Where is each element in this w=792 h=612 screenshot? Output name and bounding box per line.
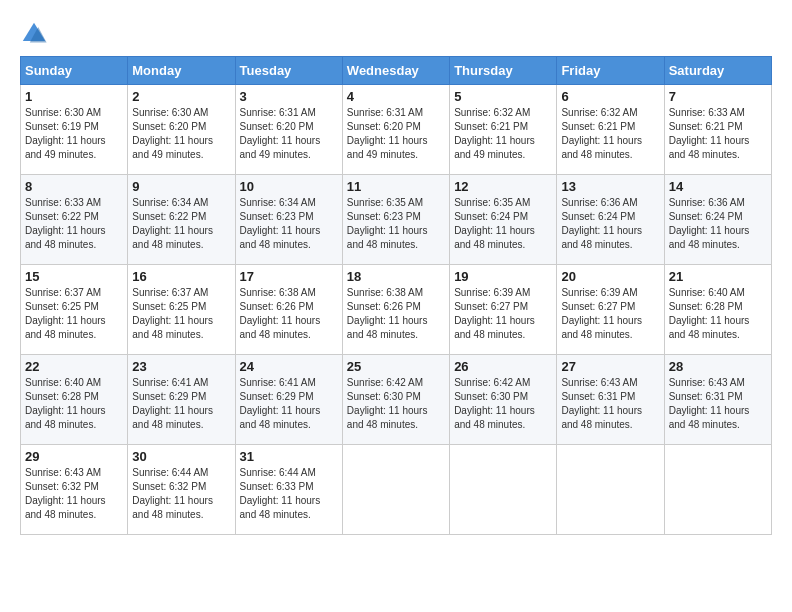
day-number: 13 <box>561 179 659 194</box>
calendar-cell <box>664 445 771 535</box>
calendar-week-row: 15Sunrise: 6:37 AMSunset: 6:25 PMDayligh… <box>21 265 772 355</box>
day-info: Sunrise: 6:42 AMSunset: 6:30 PMDaylight:… <box>347 376 445 432</box>
calendar-cell: 7Sunrise: 6:33 AMSunset: 6:21 PMDaylight… <box>664 85 771 175</box>
day-info: Sunrise: 6:34 AMSunset: 6:22 PMDaylight:… <box>132 196 230 252</box>
day-number: 19 <box>454 269 552 284</box>
day-number: 17 <box>240 269 338 284</box>
calendar-cell <box>557 445 664 535</box>
calendar-cell: 26Sunrise: 6:42 AMSunset: 6:30 PMDayligh… <box>450 355 557 445</box>
day-number: 4 <box>347 89 445 104</box>
day-info: Sunrise: 6:39 AMSunset: 6:27 PMDaylight:… <box>561 286 659 342</box>
day-info: Sunrise: 6:36 AMSunset: 6:24 PMDaylight:… <box>669 196 767 252</box>
calendar-week-row: 29Sunrise: 6:43 AMSunset: 6:32 PMDayligh… <box>21 445 772 535</box>
calendar-cell: 20Sunrise: 6:39 AMSunset: 6:27 PMDayligh… <box>557 265 664 355</box>
day-info: Sunrise: 6:44 AMSunset: 6:33 PMDaylight:… <box>240 466 338 522</box>
calendar-cell: 2Sunrise: 6:30 AMSunset: 6:20 PMDaylight… <box>128 85 235 175</box>
day-info: Sunrise: 6:37 AMSunset: 6:25 PMDaylight:… <box>25 286 123 342</box>
calendar-header-wednesday: Wednesday <box>342 57 449 85</box>
calendar-header-thursday: Thursday <box>450 57 557 85</box>
calendar-cell: 28Sunrise: 6:43 AMSunset: 6:31 PMDayligh… <box>664 355 771 445</box>
calendar-cell: 15Sunrise: 6:37 AMSunset: 6:25 PMDayligh… <box>21 265 128 355</box>
calendar-cell <box>450 445 557 535</box>
calendar-cell: 25Sunrise: 6:42 AMSunset: 6:30 PMDayligh… <box>342 355 449 445</box>
day-number: 7 <box>669 89 767 104</box>
day-number: 12 <box>454 179 552 194</box>
day-number: 11 <box>347 179 445 194</box>
day-info: Sunrise: 6:34 AMSunset: 6:23 PMDaylight:… <box>240 196 338 252</box>
calendar-cell: 13Sunrise: 6:36 AMSunset: 6:24 PMDayligh… <box>557 175 664 265</box>
calendar-cell: 3Sunrise: 6:31 AMSunset: 6:20 PMDaylight… <box>235 85 342 175</box>
day-info: Sunrise: 6:36 AMSunset: 6:24 PMDaylight:… <box>561 196 659 252</box>
day-number: 2 <box>132 89 230 104</box>
day-info: Sunrise: 6:43 AMSunset: 6:31 PMDaylight:… <box>561 376 659 432</box>
day-info: Sunrise: 6:31 AMSunset: 6:20 PMDaylight:… <box>240 106 338 162</box>
day-info: Sunrise: 6:41 AMSunset: 6:29 PMDaylight:… <box>240 376 338 432</box>
day-number: 16 <box>132 269 230 284</box>
logo <box>20 20 52 48</box>
day-info: Sunrise: 6:41 AMSunset: 6:29 PMDaylight:… <box>132 376 230 432</box>
day-info: Sunrise: 6:43 AMSunset: 6:31 PMDaylight:… <box>669 376 767 432</box>
calendar-cell: 4Sunrise: 6:31 AMSunset: 6:20 PMDaylight… <box>342 85 449 175</box>
day-info: Sunrise: 6:40 AMSunset: 6:28 PMDaylight:… <box>25 376 123 432</box>
page-header <box>20 20 772 48</box>
day-info: Sunrise: 6:30 AMSunset: 6:20 PMDaylight:… <box>132 106 230 162</box>
calendar-cell: 29Sunrise: 6:43 AMSunset: 6:32 PMDayligh… <box>21 445 128 535</box>
calendar-cell: 1Sunrise: 6:30 AMSunset: 6:19 PMDaylight… <box>21 85 128 175</box>
calendar-week-row: 8Sunrise: 6:33 AMSunset: 6:22 PMDaylight… <box>21 175 772 265</box>
day-number: 22 <box>25 359 123 374</box>
calendar-cell: 6Sunrise: 6:32 AMSunset: 6:21 PMDaylight… <box>557 85 664 175</box>
calendar-cell: 8Sunrise: 6:33 AMSunset: 6:22 PMDaylight… <box>21 175 128 265</box>
day-info: Sunrise: 6:33 AMSunset: 6:21 PMDaylight:… <box>669 106 767 162</box>
calendar-week-row: 1Sunrise: 6:30 AMSunset: 6:19 PMDaylight… <box>21 85 772 175</box>
day-number: 9 <box>132 179 230 194</box>
day-info: Sunrise: 6:43 AMSunset: 6:32 PMDaylight:… <box>25 466 123 522</box>
calendar-cell: 5Sunrise: 6:32 AMSunset: 6:21 PMDaylight… <box>450 85 557 175</box>
calendar-cell: 19Sunrise: 6:39 AMSunset: 6:27 PMDayligh… <box>450 265 557 355</box>
calendar-week-row: 22Sunrise: 6:40 AMSunset: 6:28 PMDayligh… <box>21 355 772 445</box>
day-number: 8 <box>25 179 123 194</box>
day-number: 15 <box>25 269 123 284</box>
day-number: 25 <box>347 359 445 374</box>
calendar-cell <box>342 445 449 535</box>
logo-icon <box>20 20 48 48</box>
day-number: 26 <box>454 359 552 374</box>
day-info: Sunrise: 6:35 AMSunset: 6:24 PMDaylight:… <box>454 196 552 252</box>
day-number: 31 <box>240 449 338 464</box>
calendar-cell: 31Sunrise: 6:44 AMSunset: 6:33 PMDayligh… <box>235 445 342 535</box>
calendar-header-friday: Friday <box>557 57 664 85</box>
calendar-cell: 23Sunrise: 6:41 AMSunset: 6:29 PMDayligh… <box>128 355 235 445</box>
day-info: Sunrise: 6:37 AMSunset: 6:25 PMDaylight:… <box>132 286 230 342</box>
day-number: 27 <box>561 359 659 374</box>
day-info: Sunrise: 6:38 AMSunset: 6:26 PMDaylight:… <box>347 286 445 342</box>
calendar-cell: 30Sunrise: 6:44 AMSunset: 6:32 PMDayligh… <box>128 445 235 535</box>
day-info: Sunrise: 6:33 AMSunset: 6:22 PMDaylight:… <box>25 196 123 252</box>
calendar-header-monday: Monday <box>128 57 235 85</box>
day-info: Sunrise: 6:35 AMSunset: 6:23 PMDaylight:… <box>347 196 445 252</box>
calendar-header-sunday: Sunday <box>21 57 128 85</box>
calendar-cell: 18Sunrise: 6:38 AMSunset: 6:26 PMDayligh… <box>342 265 449 355</box>
day-info: Sunrise: 6:42 AMSunset: 6:30 PMDaylight:… <box>454 376 552 432</box>
calendar-cell: 17Sunrise: 6:38 AMSunset: 6:26 PMDayligh… <box>235 265 342 355</box>
calendar-header-saturday: Saturday <box>664 57 771 85</box>
day-info: Sunrise: 6:31 AMSunset: 6:20 PMDaylight:… <box>347 106 445 162</box>
day-info: Sunrise: 6:38 AMSunset: 6:26 PMDaylight:… <box>240 286 338 342</box>
calendar-table: SundayMondayTuesdayWednesdayThursdayFrid… <box>20 56 772 535</box>
calendar-cell: 11Sunrise: 6:35 AMSunset: 6:23 PMDayligh… <box>342 175 449 265</box>
day-number: 23 <box>132 359 230 374</box>
day-number: 24 <box>240 359 338 374</box>
day-info: Sunrise: 6:40 AMSunset: 6:28 PMDaylight:… <box>669 286 767 342</box>
calendar-cell: 16Sunrise: 6:37 AMSunset: 6:25 PMDayligh… <box>128 265 235 355</box>
day-number: 29 <box>25 449 123 464</box>
day-number: 6 <box>561 89 659 104</box>
day-number: 14 <box>669 179 767 194</box>
day-number: 30 <box>132 449 230 464</box>
calendar-cell: 22Sunrise: 6:40 AMSunset: 6:28 PMDayligh… <box>21 355 128 445</box>
calendar-cell: 12Sunrise: 6:35 AMSunset: 6:24 PMDayligh… <box>450 175 557 265</box>
day-info: Sunrise: 6:39 AMSunset: 6:27 PMDaylight:… <box>454 286 552 342</box>
day-number: 1 <box>25 89 123 104</box>
calendar-header-row: SundayMondayTuesdayWednesdayThursdayFrid… <box>21 57 772 85</box>
calendar-cell: 21Sunrise: 6:40 AMSunset: 6:28 PMDayligh… <box>664 265 771 355</box>
calendar-cell: 10Sunrise: 6:34 AMSunset: 6:23 PMDayligh… <box>235 175 342 265</box>
day-number: 21 <box>669 269 767 284</box>
calendar-cell: 27Sunrise: 6:43 AMSunset: 6:31 PMDayligh… <box>557 355 664 445</box>
